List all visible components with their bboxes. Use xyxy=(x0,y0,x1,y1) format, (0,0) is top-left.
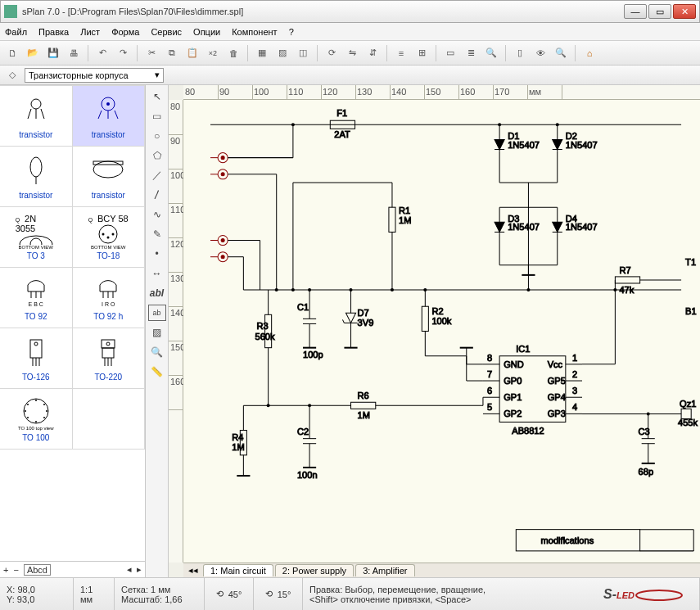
circle-tool-icon[interactable]: ○ xyxy=(148,128,166,144)
mirror-v-icon[interactable]: ⇵ xyxy=(364,44,382,62)
maximize-button[interactable]: ▭ xyxy=(648,4,671,19)
menu-edit[interactable]: Правка xyxy=(38,27,69,37)
node-tool-icon[interactable]: • xyxy=(148,246,166,262)
undo-icon[interactable]: ↶ xyxy=(93,44,111,62)
pointer-tool-icon[interactable]: ↖ xyxy=(148,88,166,105)
minimize-button[interactable]: — xyxy=(624,4,647,19)
zoom-icon[interactable]: 🔍 xyxy=(552,44,570,62)
bezier-tool-icon[interactable]: ∿ xyxy=(148,206,166,223)
front-icon[interactable]: ▦ xyxy=(253,44,271,62)
print-icon[interactable]: 🖶 xyxy=(65,44,83,62)
paste-icon[interactable]: 📋 xyxy=(183,44,201,62)
drawing-tools: ↖ ▭ ○ ⬠ ／ 〳 ∿ ✎ • ↔ abl ab ▨ 🔍 📏 xyxy=(146,85,169,577)
svg-marker-71 xyxy=(495,139,504,149)
library-row: ◇ Транзисторные корпуса ▾ xyxy=(0,66,700,85)
save-icon[interactable]: 💾 xyxy=(44,44,62,62)
group-icon[interactable]: ◫ xyxy=(294,44,312,62)
poly-tool-icon[interactable]: ⬠ xyxy=(148,147,166,164)
open-icon[interactable]: 📂 xyxy=(24,44,42,62)
dimension-tool-icon[interactable]: ↔ xyxy=(148,265,166,282)
menu-bar: Файл Правка Лист Форма Сервис Опции Комп… xyxy=(0,23,700,41)
line-tool-icon[interactable]: ／ xyxy=(148,167,166,183)
status-x: X: 98,0 xyxy=(7,585,66,594)
nav-right[interactable]: ▸ xyxy=(137,564,142,575)
comp-transistor-3[interactable]: transistor xyxy=(0,147,73,207)
svg-text:68p: 68p xyxy=(639,467,653,477)
svg-text:1N5407: 1N5407 xyxy=(508,140,540,150)
ruler-vertical: 80 90 100 110 120 130 140 150 160 xyxy=(169,100,183,563)
svg-point-26 xyxy=(34,342,38,346)
list-icon[interactable]: ≣ xyxy=(462,44,480,62)
svg-point-38 xyxy=(43,404,45,405)
page-icon[interactable]: ▯ xyxy=(511,44,529,62)
comp-transistor-1[interactable]: transistor xyxy=(0,86,73,147)
status-bar: X: 98,0 Y: 93,0 1:1 мм Сетка: 1 мм Масшт… xyxy=(0,577,700,610)
schematic-canvas[interactable]: F1 2AT D11N5407 xyxy=(183,100,700,563)
zoom-minus[interactable]: − xyxy=(13,565,18,575)
comp-to18[interactable]: Q BCY 58BOTTOM VIEW TO-18 xyxy=(73,207,146,268)
tab-nav-left[interactable]: ◂◂ xyxy=(183,565,203,576)
delete-icon[interactable]: 🗑 xyxy=(224,44,242,62)
comp-to126[interactable]: TO-126 xyxy=(0,328,73,389)
comp-transistor-2[interactable]: transistor xyxy=(73,86,146,147)
search-icon[interactable]: 🔍 xyxy=(482,44,500,62)
menu-form[interactable]: Форма xyxy=(111,27,139,37)
copy-icon[interactable]: ⧉ xyxy=(163,44,181,62)
cut-icon[interactable]: ✂ xyxy=(142,44,160,62)
svg-text:1M: 1M xyxy=(358,410,370,420)
svg-line-117 xyxy=(342,319,344,323)
tab-power[interactable]: 2: Power supply xyxy=(275,564,354,576)
mirror-h-icon[interactable]: ⇋ xyxy=(343,44,361,62)
home-icon[interactable]: ⌂ xyxy=(580,44,598,62)
dup-icon[interactable]: ×2 xyxy=(204,44,222,62)
comp-to100[interactable]: TO 100 top view TO 100 xyxy=(0,389,73,450)
sidebar-controls: + − Abcd ◂ ▸ xyxy=(0,561,145,577)
close-button[interactable]: ✕ xyxy=(673,4,696,19)
svg-text:B1: B1 xyxy=(685,306,697,316)
tab-amp[interactable]: 3: Amplifier xyxy=(355,564,414,576)
align-icon[interactable]: ≡ xyxy=(392,44,410,62)
svg-text:GP4: GP4 xyxy=(548,392,566,402)
image-tool-icon[interactable]: ▨ xyxy=(148,324,166,341)
text-tool-icon[interactable]: abl xyxy=(148,285,166,301)
back-icon[interactable]: ▨ xyxy=(273,44,291,62)
library-selector[interactable]: Транзисторные корпуса ▾ xyxy=(25,68,164,83)
nav-left[interactable]: ◂ xyxy=(127,564,132,575)
menu-file[interactable]: Файл xyxy=(5,27,27,37)
new-icon[interactable]: 🗋 xyxy=(3,44,21,62)
menu-help[interactable]: ? xyxy=(289,27,294,37)
magnify-tool-icon[interactable]: 🔍 xyxy=(148,344,166,360)
svg-text:560k: 560k xyxy=(255,332,274,341)
status-unit: мм xyxy=(80,594,107,604)
lib-icon[interactable]: ◇ xyxy=(3,66,21,84)
menu-options[interactable]: Опции xyxy=(193,27,220,37)
polyline-tool-icon[interactable]: 〳 xyxy=(148,187,166,203)
angle2-icon[interactable]: ⟲ xyxy=(265,589,273,599)
tab-main[interactable]: 1: Main circuit xyxy=(203,564,273,576)
textbox-tool-icon[interactable]: ab xyxy=(148,305,166,321)
redo-icon[interactable]: ↷ xyxy=(114,44,132,62)
freehand-tool-icon[interactable]: ✎ xyxy=(148,226,166,242)
measure-tool-icon[interactable]: 📏 xyxy=(148,364,166,380)
rotate-icon[interactable]: ⟳ xyxy=(323,44,341,62)
menu-component[interactable]: Компонент xyxy=(232,27,277,37)
snap-icon[interactable]: ⊞ xyxy=(413,44,431,62)
svg-point-217 xyxy=(391,288,394,291)
comp-to92h[interactable]: I R O TO 92 h xyxy=(73,268,146,328)
svg-text:R3: R3 xyxy=(257,321,269,331)
menu-service[interactable]: Сервис xyxy=(151,27,182,37)
svg-point-42 xyxy=(27,417,29,418)
label-toggle[interactable]: Abcd xyxy=(24,564,51,576)
select-icon[interactable]: ▭ xyxy=(441,44,459,62)
angle-icon[interactable]: ⟲ xyxy=(216,589,224,599)
show-icon[interactable]: 👁 xyxy=(531,44,549,62)
comp-to220[interactable]: TO-220 xyxy=(73,328,146,389)
svg-point-43 xyxy=(25,410,26,412)
menu-sheet[interactable]: Лист xyxy=(80,27,100,37)
svg-text:C1: C1 xyxy=(297,302,309,312)
comp-transistor-4[interactable]: transistor xyxy=(73,147,146,207)
comp-to3[interactable]: Q 2N 3055BOTTOM VIEW TO 3 xyxy=(0,207,73,268)
comp-to92[interactable]: E B C TO 92 xyxy=(0,268,73,328)
rect-tool-icon[interactable]: ▭ xyxy=(148,108,166,124)
zoom-plus[interactable]: + xyxy=(3,565,8,575)
